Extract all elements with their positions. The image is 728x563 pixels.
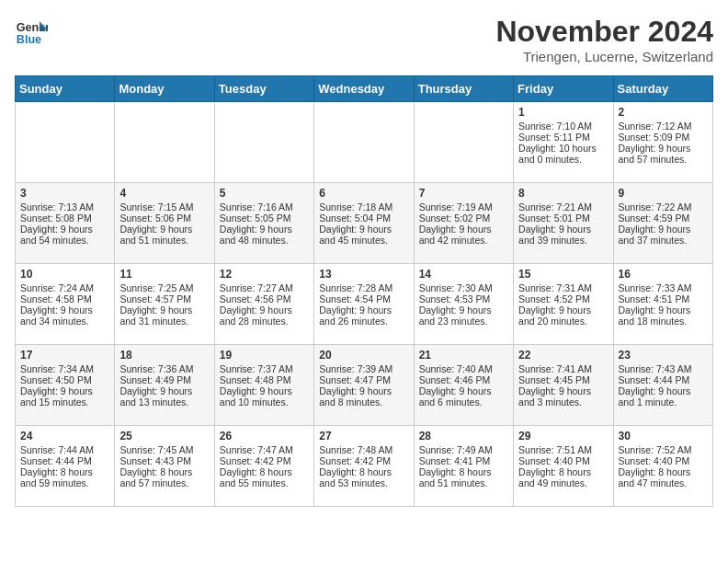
day-number: 13 — [319, 268, 408, 281]
day-info: and 23 minutes. — [419, 316, 508, 327]
day-info: Daylight: 8 hours — [220, 466, 309, 477]
calendar-cell: 3Sunrise: 7:13 AMSunset: 5:08 PMDaylight… — [16, 183, 115, 264]
weekday-header-saturday: Saturday — [613, 76, 712, 102]
day-info: and 8 minutes. — [319, 396, 408, 408]
day-info: Sunset: 4:41 PM — [419, 455, 508, 466]
day-info: Daylight: 9 hours — [419, 224, 508, 235]
calendar-cell: 4Sunrise: 7:15 AMSunset: 5:06 PMDaylight… — [115, 183, 214, 264]
calendar-cell: 26Sunrise: 7:47 AMSunset: 4:42 PMDayligh… — [214, 426, 313, 507]
day-info: Daylight: 9 hours — [518, 385, 608, 396]
day-info: Sunset: 5:11 PM — [518, 132, 608, 143]
calendar-cell: 2Sunrise: 7:12 AMSunset: 5:09 PMDaylight… — [613, 102, 712, 183]
day-number: 26 — [220, 430, 309, 442]
day-info: Daylight: 9 hours — [619, 224, 708, 235]
day-number: 17 — [20, 349, 109, 362]
day-info: Daylight: 9 hours — [619, 304, 708, 316]
day-number: 11 — [119, 268, 209, 281]
week-row-5: 24Sunrise: 7:44 AMSunset: 4:44 PMDayligh… — [16, 426, 713, 507]
day-info: Sunrise: 7:30 AM — [419, 282, 508, 293]
day-info: and 51 minutes. — [119, 235, 209, 246]
calendar-cell: 17Sunrise: 7:34 AMSunset: 4:50 PMDayligh… — [16, 345, 115, 426]
calendar-cell: 1Sunrise: 7:10 AMSunset: 5:11 PMDaylight… — [514, 102, 613, 183]
day-info: and 18 minutes. — [619, 316, 708, 327]
logo-icon: General Blue — [15, 15, 48, 48]
day-info: and 10 minutes. — [220, 396, 309, 408]
calendar-cell: 16Sunrise: 7:33 AMSunset: 4:51 PMDayligh… — [613, 264, 712, 345]
day-info: and 37 minutes. — [619, 235, 708, 246]
day-info: Sunset: 4:50 PM — [20, 374, 109, 385]
day-info: Daylight: 9 hours — [119, 304, 209, 316]
calendar-cell: 24Sunrise: 7:44 AMSunset: 4:44 PMDayligh… — [16, 426, 115, 507]
day-info: Sunset: 5:09 PM — [619, 132, 708, 143]
day-info: Sunset: 4:42 PM — [319, 455, 408, 466]
day-info: Daylight: 8 hours — [20, 466, 109, 477]
day-info: Daylight: 9 hours — [419, 385, 508, 396]
day-number: 18 — [119, 349, 209, 362]
weekday-header-thursday: Thursday — [414, 76, 513, 102]
day-number: 30 — [619, 430, 708, 442]
day-info: Sunset: 4:53 PM — [419, 293, 508, 304]
calendar-cell — [16, 102, 115, 183]
day-info: Daylight: 9 hours — [518, 304, 608, 316]
day-info: Sunrise: 7:16 AM — [220, 201, 309, 213]
calendar-body: 1Sunrise: 7:10 AMSunset: 5:11 PMDaylight… — [16, 102, 713, 507]
calendar-cell: 22Sunrise: 7:41 AMSunset: 4:45 PMDayligh… — [514, 345, 613, 426]
day-info: and 57 minutes. — [619, 154, 708, 165]
day-number: 2 — [619, 106, 708, 119]
weekday-header-monday: Monday — [115, 76, 214, 102]
day-info: Sunrise: 7:25 AM — [119, 282, 209, 293]
day-info: Sunrise: 7:34 AM — [20, 363, 109, 374]
day-info: Sunset: 4:40 PM — [619, 455, 708, 466]
day-number: 20 — [319, 349, 408, 362]
day-info: Sunset: 4:45 PM — [518, 374, 608, 385]
day-info: Daylight: 9 hours — [518, 224, 608, 235]
calendar-cell: 18Sunrise: 7:36 AMSunset: 4:49 PMDayligh… — [115, 345, 214, 426]
day-info: Sunrise: 7:49 AM — [419, 444, 508, 455]
day-info: Sunrise: 7:52 AM — [619, 444, 708, 455]
day-info: Daylight: 8 hours — [518, 466, 608, 477]
day-info: Sunrise: 7:43 AM — [619, 363, 708, 374]
day-info: Sunset: 5:01 PM — [518, 213, 608, 224]
day-info: Daylight: 9 hours — [119, 385, 209, 396]
calendar-cell: 20Sunrise: 7:39 AMSunset: 4:47 PMDayligh… — [314, 345, 414, 426]
calendar-cell — [414, 102, 513, 183]
calendar-cell: 28Sunrise: 7:49 AMSunset: 4:41 PMDayligh… — [414, 426, 513, 507]
day-info: and 51 minutes. — [419, 477, 508, 488]
calendar-cell: 14Sunrise: 7:30 AMSunset: 4:53 PMDayligh… — [414, 264, 513, 345]
calendar-cell: 23Sunrise: 7:43 AMSunset: 4:44 PMDayligh… — [613, 345, 712, 426]
day-info: Sunset: 4:54 PM — [319, 293, 408, 304]
day-info: Sunset: 4:44 PM — [20, 455, 109, 466]
day-info: Sunrise: 7:13 AM — [20, 201, 109, 213]
day-info: Sunset: 5:04 PM — [319, 213, 408, 224]
day-number: 8 — [518, 187, 608, 200]
calendar-cell — [214, 102, 313, 183]
day-info: Daylight: 8 hours — [119, 466, 209, 477]
day-info: and 15 minutes. — [20, 396, 109, 408]
day-number: 12 — [220, 268, 309, 281]
day-info: and 0 minutes. — [518, 154, 608, 165]
day-number: 7 — [419, 187, 508, 200]
day-info: Sunrise: 7:27 AM — [220, 282, 309, 293]
day-info: and 34 minutes. — [20, 316, 109, 327]
day-number: 22 — [518, 349, 608, 362]
calendar-cell — [115, 102, 214, 183]
day-number: 21 — [419, 349, 508, 362]
day-info: Daylight: 9 hours — [419, 304, 508, 316]
calendar-cell: 30Sunrise: 7:52 AMSunset: 4:40 PMDayligh… — [613, 426, 712, 507]
day-info: Sunset: 4:46 PM — [419, 374, 508, 385]
day-info: Sunset: 4:57 PM — [119, 293, 209, 304]
calendar-cell: 11Sunrise: 7:25 AMSunset: 4:57 PMDayligh… — [115, 264, 214, 345]
day-info: Sunrise: 7:12 AM — [619, 121, 708, 132]
day-number: 15 — [518, 268, 608, 281]
calendar-cell: 15Sunrise: 7:31 AMSunset: 4:52 PMDayligh… — [514, 264, 613, 345]
day-number: 6 — [319, 187, 408, 200]
day-info: and 54 minutes. — [20, 235, 109, 246]
weekday-header-wednesday: Wednesday — [314, 76, 414, 102]
day-info: Sunrise: 7:28 AM — [319, 282, 408, 293]
day-info: Sunrise: 7:36 AM — [119, 363, 209, 374]
calendar-cell: 19Sunrise: 7:37 AMSunset: 4:48 PMDayligh… — [214, 345, 313, 426]
day-info: Sunrise: 7:21 AM — [518, 201, 608, 213]
weekday-header-sunday: Sunday — [16, 76, 115, 102]
calendar-cell: 8Sunrise: 7:21 AMSunset: 5:01 PMDaylight… — [514, 183, 613, 264]
svg-text:Blue: Blue — [17, 33, 41, 46]
